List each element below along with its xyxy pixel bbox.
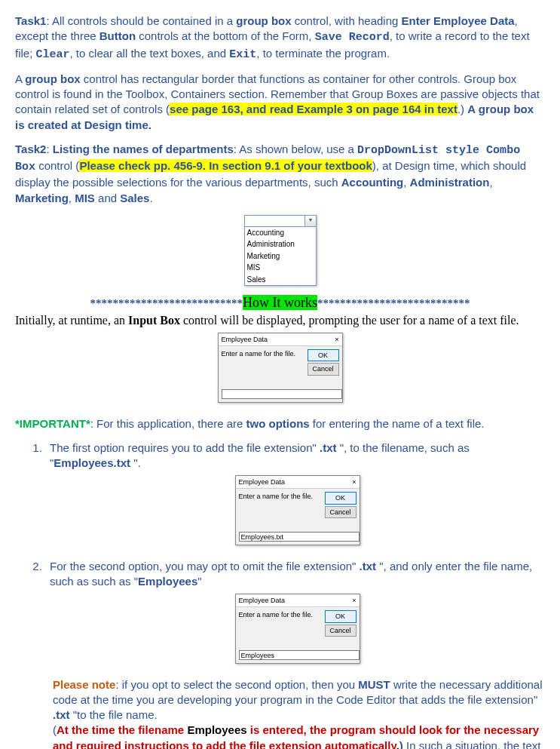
list-item: The first option requires you to add the… — [45, 440, 545, 545]
combo-item[interactable]: MIS — [245, 262, 316, 274]
combo-item[interactable]: Sales — [245, 274, 316, 286]
p-important: *IMPORTANT*: For this application, there… — [15, 416, 545, 431]
p-groupbox-desc: A group box control has rectangular bord… — [15, 72, 545, 133]
file-input[interactable] — [222, 389, 342, 399]
p-initially: Initially, at runtime, an Input Box cont… — [15, 312, 545, 329]
ok-button[interactable]: OK — [325, 492, 357, 504]
p-task1: Task1: All controls should be contained … — [15, 14, 545, 63]
p-task2: Task2: Listing the names of departments:… — [15, 142, 545, 206]
cancel-button[interactable]: Cancel — [325, 506, 357, 518]
combo-departments[interactable]: ▾ Accounting Administration Marketing MI… — [244, 215, 317, 287]
close-icon[interactable]: × — [352, 596, 356, 605]
dlg-inputbox-3: Employee Data× Enter a name for the file… — [235, 594, 360, 663]
file-input[interactable]: Employees.txt — [239, 532, 360, 542]
label-task2: Task2 — [15, 143, 46, 155]
hl-pp456: Please check pp. 456-9. In section 9.1 o… — [79, 159, 372, 172]
close-icon[interactable]: × — [352, 477, 356, 487]
hl-page163: see page 163, and read Example 3 on page… — [170, 103, 457, 115]
list-item: For the second option, you may opt to om… — [45, 559, 545, 664]
dlg-inputbox-1: Employee Data× Enter a name for the file… — [218, 333, 343, 402]
divider: ***************************How It works*… — [15, 293, 545, 312]
options-list: The first option requires you to add the… — [45, 440, 545, 664]
ok-button[interactable]: OK — [325, 610, 357, 622]
hl-how-it-works: How It works — [243, 295, 317, 310]
ok-button[interactable]: OK — [308, 349, 339, 361]
combo-item[interactable]: Marketing — [245, 250, 316, 262]
cancel-button[interactable]: Cancel — [325, 625, 357, 637]
p-please-note: Please note: if you opt to select the se… — [53, 677, 545, 749]
close-icon[interactable]: × — [335, 335, 338, 344]
label-please-note: Please note — [53, 678, 115, 691]
label-important: *IMPORTANT* — [15, 417, 90, 430]
dlg-inputbox-2: Employee Data× Enter a name for the file… — [235, 475, 360, 545]
file-input[interactable]: Employees — [239, 650, 360, 660]
combo-item[interactable]: Accounting — [245, 227, 316, 239]
chevron-down-icon[interactable]: ▾ — [304, 216, 316, 226]
label-task1: Task1 — [15, 14, 46, 27]
cancel-button[interactable]: Cancel — [308, 363, 339, 375]
combo-item[interactable]: Administration — [245, 238, 316, 250]
